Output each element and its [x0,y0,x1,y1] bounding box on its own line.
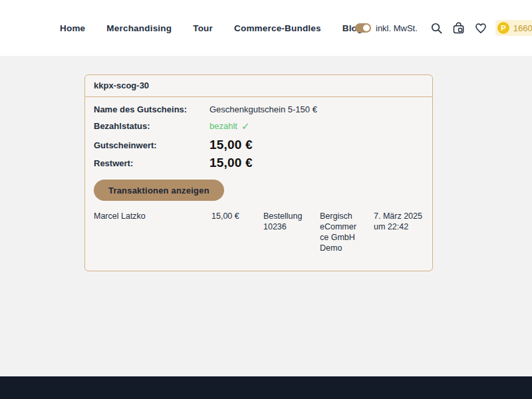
transaction-company: Bergisch eCommerce GmbH Demo [320,211,374,253]
transaction-row: Marcel Latzko 15,00 € Bestellung 10236 B… [94,211,424,253]
check-icon: ✓ [241,121,250,131]
points-badge[interactable]: P 1660 [495,20,532,36]
vat-toggle-label: inkl. MwSt. [376,23,418,33]
voucher-value-amount: 15,00 € [209,138,253,152]
footer-bar [0,376,532,399]
main-nav: Home Merchandising Tour Commerce-Bundles… [60,0,363,56]
nav-item-commerce-bundles[interactable]: Commerce-Bundles [234,23,321,33]
remaining-value-row: Restwert: 15,00 € [94,156,424,170]
page-content: kkpx-scog-30 Name des Gutscheins: Gesche… [0,56,532,376]
payment-status-label: Bezahlstatus: [94,121,209,131]
vat-toggle-knob [363,25,370,31]
top-navigation-bar: Home Merchandising Tour Commerce-Bundles… [0,0,532,56]
nav-item-tour[interactable]: Tour [193,23,213,33]
voucher-value-row: Gutscheinwert: 15,00 € [94,138,424,152]
transaction-customer-name: Marcel Latzko [94,211,211,253]
search-icon[interactable] [430,21,444,35]
header-controls: inkl. MwSt. P 1660 [355,0,532,56]
payment-status-row: Bezahlstatus: bezahlt ✓ [94,121,424,131]
voucher-name-value: Geschenkgutschein 5-150 € [209,104,317,114]
voucher-name-row: Name des Gutscheins: Geschenkgutschein 5… [94,104,424,114]
points-value: 1660 [513,23,532,33]
payment-status-text: bezahlt [209,121,237,131]
vat-toggle[interactable] [355,23,371,33]
transaction-date: 7. März 2025 um 22:42 [374,211,424,253]
points-icon: P [497,22,509,34]
voucher-value-label: Gutscheinwert: [94,140,209,150]
show-transactions-button[interactable]: Transaktionen anzeigen [94,180,224,201]
nav-item-merchandising[interactable]: Merchandising [106,23,172,33]
wishlist-heart-icon[interactable] [474,21,487,35]
remaining-value-amount: 15,00 € [209,156,253,170]
voucher-name-label: Name des Gutscheins: [94,104,209,114]
transaction-order: Bestellung 10236 [263,211,320,253]
transaction-amount: 15,00 € [211,211,263,253]
remaining-value-label: Restwert: [94,158,209,168]
voucher-code: kkpx-scog-30 [85,75,432,97]
shopping-bag-icon[interactable] [452,21,466,35]
voucher-detail-card: kkpx-scog-30 Name des Gutscheins: Gesche… [84,74,433,271]
payment-status-value: bezahlt ✓ [209,121,250,131]
nav-item-home[interactable]: Home [60,23,85,33]
voucher-card-body: Name des Gutscheins: Geschenkgutschein 5… [85,97,432,271]
